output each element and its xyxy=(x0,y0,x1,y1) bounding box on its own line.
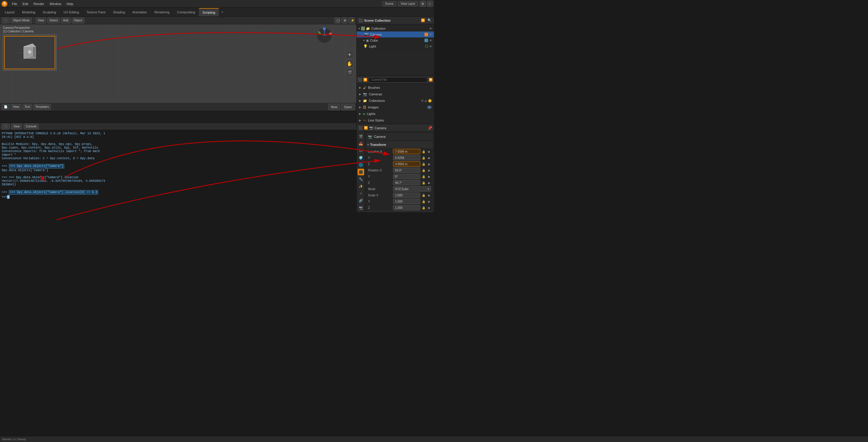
mode-dropdown[interactable]: XYZ Euler xyxy=(393,186,431,192)
text-view-btn[interactable]: View xyxy=(11,104,22,110)
maximize-btn[interactable]: □ xyxy=(427,1,433,7)
prop-icon-physics[interactable]: ⚛ xyxy=(358,190,364,197)
prop-icon-output[interactable]: 📤 xyxy=(358,140,364,147)
data-item-brushes[interactable]: ▶ 🖌 Brushes xyxy=(357,84,434,91)
tab-rendering[interactable]: Rendering xyxy=(151,8,173,16)
scale-z-lock[interactable]: 🔒 xyxy=(422,206,426,210)
tab-sculpting[interactable]: Sculpting xyxy=(39,8,60,16)
scale-x-keyframe[interactable]: ◆ xyxy=(427,193,431,197)
camera-eye[interactable]: 👁 xyxy=(429,33,432,36)
console-btn[interactable]: Console xyxy=(24,124,39,130)
location-x-value[interactable]: 7.6589 m xyxy=(393,149,420,154)
tab-scripting[interactable]: Scripting xyxy=(199,8,219,16)
outliner-item-collection[interactable]: ▾ 📁 Collection 👁 xyxy=(357,26,434,32)
location-z-lock[interactable]: 🔒 xyxy=(422,162,426,166)
prop-icon-world[interactable]: 🌐 xyxy=(358,162,364,168)
scale-x-lock[interactable]: 🔒 xyxy=(422,193,426,197)
menu-edit[interactable]: Edit xyxy=(20,1,31,6)
properties-pin[interactable]: 📌 xyxy=(428,126,432,130)
collection-eye[interactable]: 👁 xyxy=(429,27,432,30)
scale-y-value[interactable]: 1.000 xyxy=(393,199,420,204)
rotation-y-lock[interactable]: 🔒 xyxy=(422,174,426,178)
scale-y-keyframe[interactable]: ◆ xyxy=(427,199,431,203)
prop-icon-object[interactable]: ⬛ xyxy=(358,169,364,175)
console-view-btn[interactable]: View xyxy=(11,124,22,130)
data-item-collections[interactable]: ▶ 📁 Collections ▽ ⚠ 😊 xyxy=(357,97,434,104)
prop-icon-view-layer[interactable]: 🗂 xyxy=(358,147,364,154)
outliner-item-camera[interactable]: 📷 Camera 👁 xyxy=(357,32,434,37)
rotation-x-lock[interactable]: 🔒 xyxy=(422,168,426,172)
text-editor-area[interactable] xyxy=(0,111,356,123)
cube-eye[interactable]: 👁 xyxy=(429,39,432,42)
outliner-item-light[interactable]: 💡 Light 👁 xyxy=(357,43,434,49)
scene-selector[interactable]: Scene xyxy=(382,1,396,6)
console-input-area[interactable]: >>> xyxy=(2,195,354,199)
prop-icon-data[interactable]: 📷 xyxy=(358,204,364,211)
text-text-btn[interactable]: Text xyxy=(23,104,32,110)
add-btn[interactable]: Add xyxy=(61,18,70,24)
prop-icon-particles[interactable]: ✨ xyxy=(358,183,364,190)
scale-x-value[interactable]: 1.000 xyxy=(393,193,420,198)
scale-z-keyframe[interactable]: ◆ xyxy=(427,206,431,210)
menu-help[interactable]: Help xyxy=(64,1,76,6)
delta-transform-header[interactable]: ▶ Delta Transform xyxy=(366,211,433,212)
tab-animation[interactable]: Animation xyxy=(129,8,151,16)
data-browser-search[interactable] xyxy=(369,77,428,82)
collection-checkbox[interactable] xyxy=(361,27,365,30)
cursor-tool[interactable]: ✛ xyxy=(346,51,353,59)
location-z-value[interactable]: 4.9583 m xyxy=(393,161,420,167)
tab-compositing[interactable]: Compositing xyxy=(173,8,198,16)
prop-icon-scene[interactable]: 🌍 xyxy=(358,155,364,161)
scale-z-value[interactable]: 1.000 xyxy=(393,205,420,210)
open-text-btn[interactable]: Open xyxy=(341,104,354,110)
rotation-y-value[interactable]: 0° xyxy=(393,174,420,179)
overlay-btn[interactable]: ◯ xyxy=(334,18,340,24)
snap-btn[interactable]: ⚡ xyxy=(349,18,354,24)
rotation-z-value[interactable]: 46.7° xyxy=(393,180,420,185)
tab-layout[interactable]: Layout xyxy=(1,8,18,16)
tab-modeling[interactable]: Modeling xyxy=(19,8,39,16)
view-btn[interactable]: View xyxy=(36,18,46,24)
move-tool[interactable]: ✋ xyxy=(346,60,353,67)
select-btn[interactable]: Select xyxy=(47,18,60,24)
tab-texture-paint[interactable]: Texture Paint xyxy=(83,8,109,16)
data-item-cameras[interactable]: ▶ 📷 Cameras xyxy=(357,91,434,97)
text-templates-btn[interactable]: Templates xyxy=(33,104,51,110)
data-item-linestyles[interactable]: ▶ 〜 Line Styles xyxy=(357,117,434,124)
viewport-mode-btn[interactable]: ⬛ xyxy=(2,18,9,24)
data-item-lights[interactable]: ▶ ● Lights xyxy=(357,110,434,117)
tab-uv-editing[interactable]: UV Editing xyxy=(60,8,83,16)
object-mode-btn[interactable]: Object Mode xyxy=(11,18,32,24)
viewport-area[interactable]: Camera Perspective (1) Collection | Came… xyxy=(0,24,356,103)
scale-y-lock[interactable]: 🔒 xyxy=(422,199,426,203)
rotation-x-keyframe[interactable]: ◆ xyxy=(427,168,431,172)
camera-tool[interactable]: 🎬 xyxy=(346,69,353,76)
rotation-z-keyframe[interactable]: ◆ xyxy=(427,180,431,185)
data-item-images[interactable]: ▶ 🖼 Images 2 xyxy=(357,104,434,110)
location-y-lock[interactable]: 🔒 xyxy=(422,156,426,160)
rotation-z-lock[interactable]: 🔒 xyxy=(422,180,426,185)
location-y-value[interactable]: 6.9258 xyxy=(393,155,420,160)
transform-section-header[interactable]: ▾ Transform xyxy=(366,141,433,148)
screen-layout-btn[interactable]: ⊞ xyxy=(420,1,426,7)
light-eye[interactable]: 👁 xyxy=(429,45,432,48)
view-layer-selector[interactable]: View Layer xyxy=(398,1,418,6)
new-text-btn[interactable]: New xyxy=(328,104,340,110)
outliner-filter-btn[interactable]: 🔽 xyxy=(420,18,426,23)
add-workspace-btn[interactable]: + xyxy=(219,9,226,15)
menu-render[interactable]: Render xyxy=(31,1,47,6)
rotation-y-keyframe[interactable]: ◆ xyxy=(427,174,431,178)
tab-shading[interactable]: Shading xyxy=(110,8,128,16)
rotation-x-value[interactable]: 63.6° xyxy=(393,168,420,173)
location-x-keyframe[interactable]: ◆ xyxy=(427,149,431,154)
gizmo-btn[interactable]: ⊕ xyxy=(342,18,347,24)
editor-type-btn[interactable]: 📄 xyxy=(2,104,9,110)
menu-file[interactable]: File xyxy=(9,1,20,6)
object-btn[interactable]: Object xyxy=(72,18,85,24)
outliner-search-btn[interactable]: 🔍 xyxy=(427,18,432,23)
console-editor-type-btn[interactable]: ⬛ xyxy=(2,124,9,130)
prop-icon-constraints[interactable]: 🔗 xyxy=(358,197,364,204)
location-y-keyframe[interactable]: ◆ xyxy=(427,156,431,160)
location-x-lock[interactable]: 🔒 xyxy=(422,149,426,154)
location-z-keyframe[interactable]: ◆ xyxy=(427,162,431,166)
